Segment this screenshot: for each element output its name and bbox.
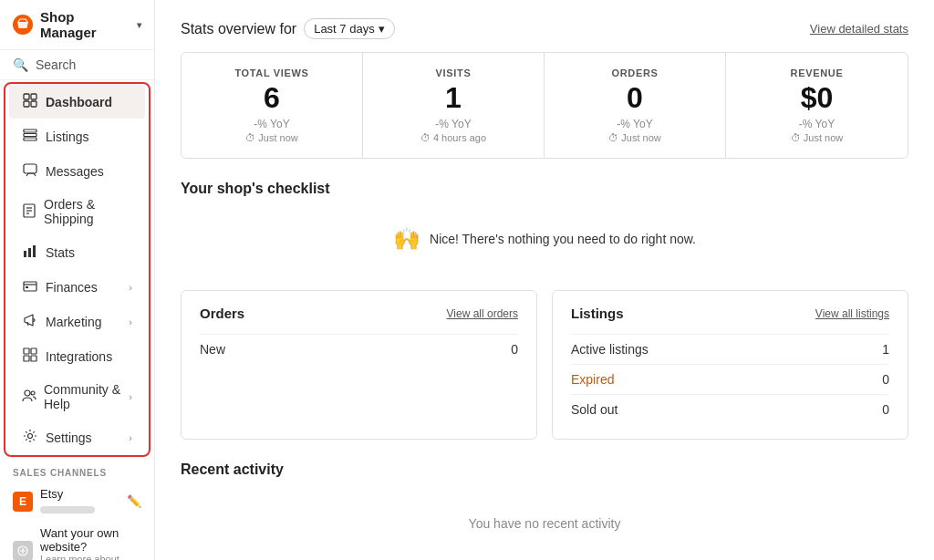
svg-rect-12 [24,251,26,257]
community-label: Community & Help [44,382,129,411]
search-item[interactable]: 🔍 Search [0,50,154,80]
listings-expired-value: 0 [882,372,889,387]
svg-rect-7 [24,164,36,173]
finances-chevron-icon: › [129,282,132,293]
two-col-panels: Orders View all orders New 0 Listings Vi… [181,290,908,440]
community-icon [22,389,36,406]
stat-orders-time-value: Just now [621,132,660,143]
stat-card-views: TOTAL VIEWS 6 -% YoY ⏱ Just now [182,53,363,158]
etsy-shop-name-blur [40,506,95,513]
svg-rect-17 [24,348,29,354]
listings-active-label: Active listings [571,342,649,357]
orders-panel-title: Orders [200,306,244,321]
svg-rect-6 [24,138,36,140]
clock-icon-3: ⏱ [608,132,618,143]
sidebar-item-settings[interactable]: Settings › [9,420,145,454]
listings-expired-label: Expired [571,372,614,387]
sidebar-item-orders[interactable]: Orders & Shipping [9,189,145,234]
orders-new-label: New [200,342,225,357]
edit-icon[interactable]: ✏️ [127,494,141,508]
sidebar-item-community[interactable]: Community & Help › [9,374,145,420]
listings-soldout-label: Sold out [571,402,617,417]
checklist-title: Your shop's checklist [181,181,908,197]
listings-active-value: 1 [882,342,889,357]
svg-point-22 [31,391,35,395]
recent-empty-state: You have no recent activity [181,491,908,556]
svg-rect-14 [33,245,36,257]
nav-outline-group: Dashboard Listings Messages Orders & Shi… [4,82,150,457]
listings-row-active: Active listings 1 [571,334,889,364]
listings-row-soldout: Sold out 0 [571,394,889,424]
stat-views-value: 6 [200,82,344,114]
listings-label: Listings [46,130,88,144]
svg-rect-2 [24,101,29,107]
messages-icon [22,162,38,180]
stat-revenue-label: REVENUE [744,67,889,78]
shop-manager-header[interactable]: Shop Manager ▾ [0,0,154,50]
svg-point-21 [25,390,30,396]
sidebar-item-integrations[interactable]: Integrations [9,339,145,373]
pattern-channel[interactable]: Want your own website? Learn more about … [0,521,154,560]
stat-views-label: TOTAL VIEWS [200,67,344,78]
shop-icon [13,15,33,35]
chevron-down-icon: ▾ [137,20,141,30]
stat-visits-label: VISITS [381,67,525,78]
stats-cards: TOTAL VIEWS 6 -% YoY ⏱ Just now VISITS 1… [181,52,908,159]
sidebar-item-dashboard[interactable]: Dashboard [9,85,145,119]
stat-views-time-value: Just now [258,132,297,143]
view-all-orders-link[interactable]: View all orders [447,307,518,320]
sidebar-item-messages[interactable]: Messages [9,154,145,188]
search-icon: 🔍 [13,57,28,72]
stat-revenue-time-value: Just now [804,132,843,143]
stat-views-yoy: -% YoY [200,118,344,130]
settings-label: Settings [46,430,92,445]
svg-rect-15 [24,282,36,291]
svg-rect-0 [24,94,29,99]
period-label: Last 7 days [314,22,375,36]
stat-revenue-value: $0 [744,82,889,114]
community-chevron-icon: › [129,391,132,402]
stats-icon [22,244,38,261]
hands-wave-icon: 🙌 [393,226,420,252]
view-detailed-link[interactable]: View detailed stats [810,22,908,36]
sidebar-item-stats[interactable]: Stats [9,235,145,269]
stat-card-visits: VISITS 1 -% YoY ⏱ 4 hours ago [363,53,545,158]
etsy-channel[interactable]: E Etsy ✏️ [0,482,154,521]
listings-icon [22,128,38,145]
pattern-channel-name: Want your own website? [40,526,141,554]
etsy-badge: E [13,492,33,512]
pattern-channel-sub: Learn more about Pattern [40,554,141,560]
svg-rect-1 [31,94,36,99]
sidebar-item-listings[interactable]: Listings [9,119,145,153]
checklist-empty-message: Nice! There's nothing you need to do rig… [430,232,696,246]
orders-panel: Orders View all orders New 0 [181,290,537,440]
stat-orders-label: ORDERS [563,67,707,78]
settings-icon [22,429,38,446]
orders-row-new: New 0 [200,334,518,364]
orders-icon [22,203,36,221]
integrations-label: Integrations [46,349,112,364]
shop-manager-label: Shop Manager [40,9,133,40]
view-all-listings-link[interactable]: View all listings [815,307,889,320]
orders-new-value: 0 [511,342,518,357]
etsy-channel-name: Etsy [40,487,127,501]
svg-rect-3 [31,101,36,107]
stat-visits-time: ⏱ 4 hours ago [381,132,525,143]
settings-chevron-icon: › [129,432,132,443]
listings-panel: Listings View all listings Active listin… [552,290,908,440]
stat-visits-yoy: -% YoY [381,118,525,130]
recent-activity-title: Recent activity [181,461,908,478]
clock-icon-2: ⏱ [420,132,431,143]
etsy-channel-info: Etsy [40,487,127,515]
sidebar-item-finances[interactable]: Finances › [9,270,145,304]
finances-label: Finances [46,280,98,295]
svg-rect-13 [28,248,31,257]
listings-panel-header: Listings View all listings [571,306,889,321]
stat-revenue-yoy: -% YoY [744,118,889,130]
sidebar-item-marketing[interactable]: Marketing › [9,305,145,338]
period-selector[interactable]: Last 7 days ▾ [304,18,395,39]
svg-rect-20 [31,356,36,361]
stat-visits-time-value: 4 hours ago [433,132,486,143]
svg-rect-16 [26,286,28,288]
integrations-icon [22,347,38,365]
